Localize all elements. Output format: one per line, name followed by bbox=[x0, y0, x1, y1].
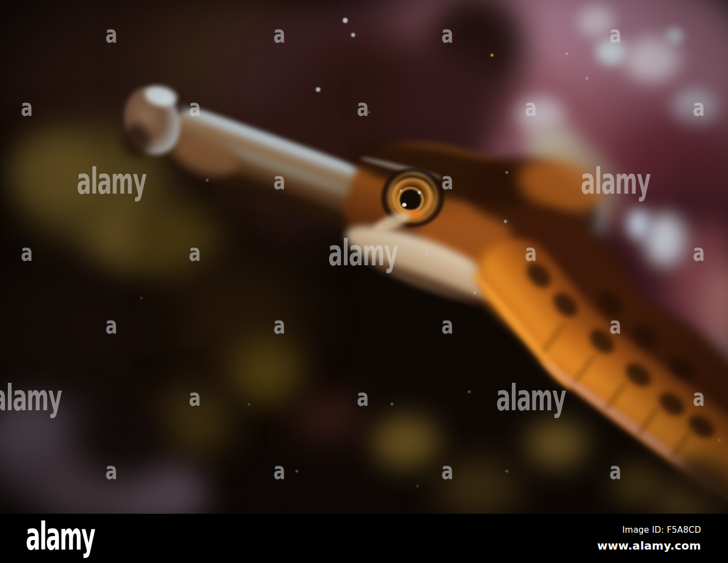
dust-speck bbox=[296, 470, 298, 472]
bokeh-blob bbox=[11, 134, 95, 207]
dust-speck bbox=[248, 404, 250, 405]
dust-speck bbox=[718, 439, 721, 442]
bokeh-blob bbox=[627, 209, 650, 240]
dust-speck bbox=[391, 403, 393, 405]
dust-speck bbox=[417, 485, 418, 487]
bokeh-blob bbox=[578, 6, 615, 37]
dust-speck bbox=[316, 87, 320, 92]
bokeh-blob bbox=[0, 263, 157, 420]
fish-eye-glint bbox=[418, 191, 421, 194]
fish-eye-glint bbox=[402, 203, 407, 207]
fish-snout-tip-shadow bbox=[122, 124, 151, 158]
dust-speck bbox=[586, 77, 588, 79]
bokeh-blob bbox=[437, 461, 521, 514]
bokeh-blob bbox=[666, 28, 683, 44]
bokeh-blob bbox=[372, 416, 440, 469]
dust-speck bbox=[491, 54, 493, 57]
alamy-logo: alamy bbox=[26, 515, 144, 559]
dust-speck bbox=[141, 297, 142, 299]
dust-speck bbox=[474, 292, 476, 294]
bokeh-blob bbox=[386, 50, 510, 151]
dust-speck bbox=[368, 111, 370, 113]
website-text: www.alamy.com bbox=[597, 539, 701, 552]
bokeh-blob bbox=[645, 213, 687, 266]
image-id-text: Image ID: F5A8CD bbox=[597, 525, 701, 535]
alamy-logo-text: alamy bbox=[26, 515, 95, 559]
alamy-stock-image-page: aaaaaaaaaalamyaaalamyaaalamyaaaaaaalamya… bbox=[0, 0, 728, 563]
alamy-footer-bar: alamy Image ID: F5A8CD www.alamy.com bbox=[0, 514, 728, 563]
footer-meta: Image ID: F5A8CD www.alamy.com bbox=[597, 525, 701, 552]
dust-speck bbox=[504, 220, 507, 223]
dust-speck bbox=[343, 18, 348, 23]
dust-speck bbox=[468, 391, 470, 393]
bokeh-blob bbox=[291, 393, 364, 441]
dust-speck bbox=[206, 179, 208, 181]
dust-speck bbox=[506, 171, 508, 173]
dust-speck bbox=[426, 254, 428, 256]
fish-eye-glint bbox=[400, 190, 403, 193]
bokeh-blob bbox=[596, 38, 627, 65]
bokeh-blob bbox=[526, 421, 588, 469]
dust-speck bbox=[566, 53, 568, 55]
bokeh-blob bbox=[73, 397, 168, 481]
underwater-pipefish-photo bbox=[0, 0, 728, 514]
dust-speck bbox=[351, 33, 355, 37]
bokeh-blob bbox=[230, 340, 302, 405]
dust-speck bbox=[506, 470, 508, 472]
